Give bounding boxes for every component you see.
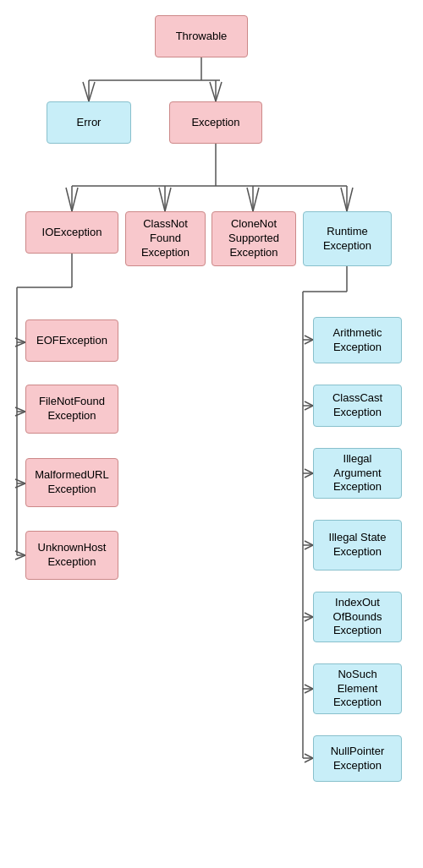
runtime-node: Runtime Exception	[303, 211, 392, 266]
error-node: Error	[47, 101, 131, 144]
illegalarg-node: Illegal Argument Exception	[313, 448, 402, 499]
ioexception-node: IOException	[25, 211, 118, 254]
filenotfound-node: FileNotFound Exception	[25, 385, 118, 434]
nosuch-node: NoSuch Element Exception	[313, 663, 402, 714]
arithmetic-node: Arithmetic Exception	[313, 317, 402, 363]
malformedurl-node: MalformedURL Exception	[25, 458, 118, 507]
exception-node: Exception	[169, 101, 262, 144]
diagram: Throwable Error Exception IOException Cl…	[0, 0, 423, 868]
clonenot-node: CloneNot Supported Exception	[212, 211, 296, 266]
nullpointer-node: NullPointer Exception	[313, 735, 402, 782]
illegalstate-node: Illegal State Exception	[313, 520, 402, 570]
throwable-node: Throwable	[155, 15, 248, 57]
classnotfound-node: ClassNot Found Exception	[125, 211, 206, 266]
eofexception-node: EOFException	[25, 319, 118, 362]
unknownhost-node: UnknownHost Exception	[25, 531, 118, 580]
indexout-node: IndexOut OfBounds Exception	[313, 592, 402, 642]
classcast-node: ClassCast Exception	[313, 385, 402, 427]
